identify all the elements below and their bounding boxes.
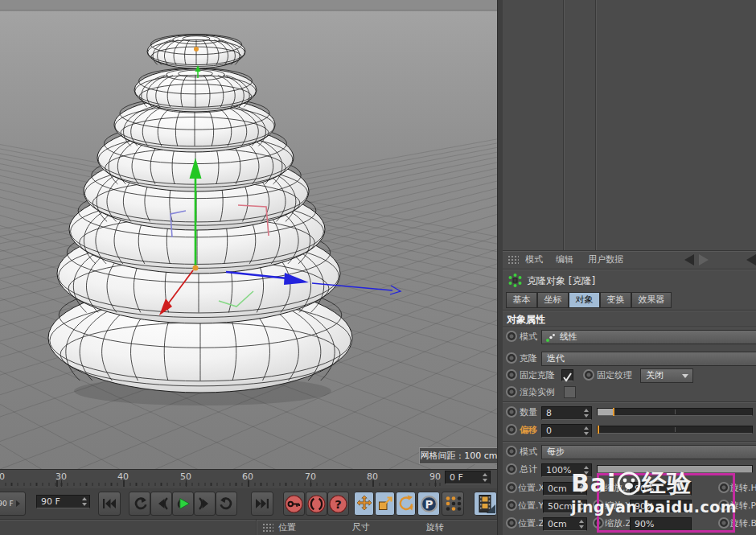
anim-dot-total[interactable] bbox=[506, 463, 517, 475]
pos-z-field[interactable]: 0cm bbox=[543, 517, 587, 531]
record-parameter-button[interactable]: P bbox=[417, 492, 440, 516]
slider-midtick bbox=[675, 427, 676, 432]
anim-dot-count[interactable] bbox=[506, 406, 517, 418]
divider bbox=[503, 327, 756, 328]
timeline-window-button[interactable] bbox=[474, 492, 497, 516]
render-instance-checkbox[interactable] bbox=[564, 386, 576, 398]
menu-mode[interactable]: 模式 bbox=[525, 253, 543, 267]
previous-frame-button[interactable] bbox=[150, 492, 172, 516]
anim-dot-pos-y[interactable] bbox=[506, 500, 517, 511]
anim-dot-clone[interactable] bbox=[506, 352, 517, 364]
spinner-arrows-icon[interactable] bbox=[583, 425, 590, 437]
spinner-arrows-icon[interactable] bbox=[81, 496, 88, 508]
c4d-window: { "colors": { "axis_x": "#cf1d1d", "axis… bbox=[0, 0, 756, 535]
offset-field[interactable]: 0 bbox=[541, 424, 592, 438]
range-end-button[interactable]: 90 F bbox=[0, 492, 26, 516]
fix-texture-dropdown[interactable]: 关闭 bbox=[640, 368, 693, 383]
count-slider-handle[interactable] bbox=[598, 409, 613, 415]
fix-texture-value: 关闭 bbox=[646, 370, 664, 381]
spinner-arrows-icon[interactable] bbox=[583, 407, 590, 419]
count-slider[interactable] bbox=[597, 408, 753, 416]
count-field[interactable]: 8 bbox=[541, 406, 592, 420]
play-button[interactable] bbox=[172, 492, 194, 516]
anim-dot-render-instance[interactable] bbox=[506, 386, 517, 397]
menu-user-data[interactable]: 用户数据 bbox=[588, 253, 623, 267]
panel-grip-icon[interactable] bbox=[507, 255, 519, 265]
anim-dot-pos-z[interactable] bbox=[506, 517, 517, 529]
keyframe-selection-button[interactable]: ? bbox=[327, 492, 349, 516]
mode-dropdown[interactable]: 线性 bbox=[541, 330, 756, 344]
pos-x-label: 位置.X bbox=[518, 481, 544, 496]
question-icon: ? bbox=[329, 495, 347, 513]
offset-label: 偏移 bbox=[520, 423, 537, 438]
total-label: 总计 bbox=[520, 463, 537, 477]
record-position-button[interactable] bbox=[354, 492, 374, 516]
next-frame-button[interactable] bbox=[194, 492, 216, 516]
step-mode-dropdown[interactable]: 每步 bbox=[541, 445, 756, 459]
count-label: 数量 bbox=[520, 405, 537, 420]
panel-grip-icon[interactable] bbox=[262, 523, 273, 533]
spinner-arrows-icon[interactable] bbox=[482, 471, 489, 484]
attribute-manager: 模式 编辑 用户数据 克隆对象 [克隆] 基本 坐标 对象 变换 效果器 对象属… bbox=[503, 0, 756, 535]
current-frame-field[interactable]: 0 F bbox=[445, 471, 491, 484]
autokey-button[interactable] bbox=[306, 492, 327, 516]
tab-coordinates[interactable]: 坐标 bbox=[537, 292, 569, 308]
point-level-animation-button[interactable] bbox=[442, 492, 464, 516]
object-title: 克隆对象 [克隆] bbox=[527, 274, 595, 288]
anim-dot-step-mode[interactable] bbox=[506, 446, 517, 457]
clone-dropdown[interactable]: 迭代 bbox=[541, 352, 756, 366]
total-value: 100% bbox=[546, 465, 571, 475]
play-mini-icon bbox=[16, 500, 20, 507]
svg-text:?: ? bbox=[335, 496, 341, 510]
section-object-properties: 对象属性 bbox=[507, 312, 545, 327]
play-icon bbox=[176, 497, 191, 510]
tab-basic[interactable]: 基本 bbox=[506, 292, 537, 308]
history-extra-arrow-icon[interactable] bbox=[744, 253, 756, 266]
divider bbox=[503, 441, 756, 442]
history-back-icon bbox=[684, 254, 694, 265]
pla-dots-icon bbox=[444, 495, 462, 512]
baidu-paw-icon bbox=[617, 471, 641, 496]
prev-frame-icon bbox=[154, 497, 169, 510]
watermark-brand-cn: 经验 bbox=[642, 471, 692, 496]
linear-mode-icon bbox=[545, 332, 557, 343]
tab-transform[interactable]: 变换 bbox=[600, 292, 631, 308]
divider bbox=[563, 0, 565, 250]
field-clone-label: 克隆 bbox=[520, 352, 537, 366]
spinner-arrows-icon[interactable] bbox=[578, 518, 585, 530]
coord-rotation-label: 旋转 bbox=[426, 521, 444, 535]
anim-dot-offset[interactable] bbox=[506, 424, 517, 435]
tab-effectors[interactable]: 效果器 bbox=[631, 292, 672, 308]
play-backward-loop-button[interactable] bbox=[129, 492, 150, 516]
goto-start-button[interactable] bbox=[98, 492, 121, 516]
anim-dot-mode[interactable] bbox=[506, 331, 517, 342]
timeline-ruler[interactable]: 20 30 40 50 60 70 80 90 0 F bbox=[0, 469, 497, 489]
record-scale-button[interactable] bbox=[375, 492, 395, 516]
grid-spacing-label: 网格间距 : 100 cm bbox=[419, 447, 497, 464]
history-nav-arrows[interactable] bbox=[683, 253, 731, 266]
goto-end-button[interactable] bbox=[251, 492, 273, 516]
menu-edit[interactable]: 编辑 bbox=[556, 253, 573, 267]
clone-value: 迭代 bbox=[547, 353, 565, 364]
anim-dot-fix-clone[interactable] bbox=[506, 369, 517, 381]
divider bbox=[503, 310, 756, 311]
anim-dot-fix-texture[interactable] bbox=[583, 369, 594, 381]
tab-object[interactable]: 对象 bbox=[569, 292, 600, 308]
end-frame-field[interactable]: 90 F bbox=[36, 495, 90, 508]
move-icon bbox=[355, 495, 373, 512]
record-rotation-button[interactable] bbox=[396, 492, 416, 516]
viewport-canvas[interactable] bbox=[0, 0, 497, 469]
pos-z-value: 0cm bbox=[548, 519, 567, 529]
viewport-3d[interactable]: 网格间距 : 100 cm bbox=[0, 0, 497, 469]
fix-clone-checkbox[interactable] bbox=[561, 369, 573, 381]
field-mode-label: 模式 bbox=[520, 330, 537, 344]
record-keyframe-button[interactable] bbox=[283, 492, 305, 516]
record-key-icon bbox=[285, 495, 303, 513]
offset-slider[interactable] bbox=[597, 426, 753, 434]
anim-dot-pos-x[interactable] bbox=[506, 482, 517, 493]
play-forward-loop-button[interactable] bbox=[216, 492, 237, 516]
divider bbox=[595, 0, 597, 250]
offset-slider-caret bbox=[598, 426, 599, 434]
pos-y-value: 50cm bbox=[548, 501, 573, 512]
mode-value: 线性 bbox=[560, 331, 577, 342]
